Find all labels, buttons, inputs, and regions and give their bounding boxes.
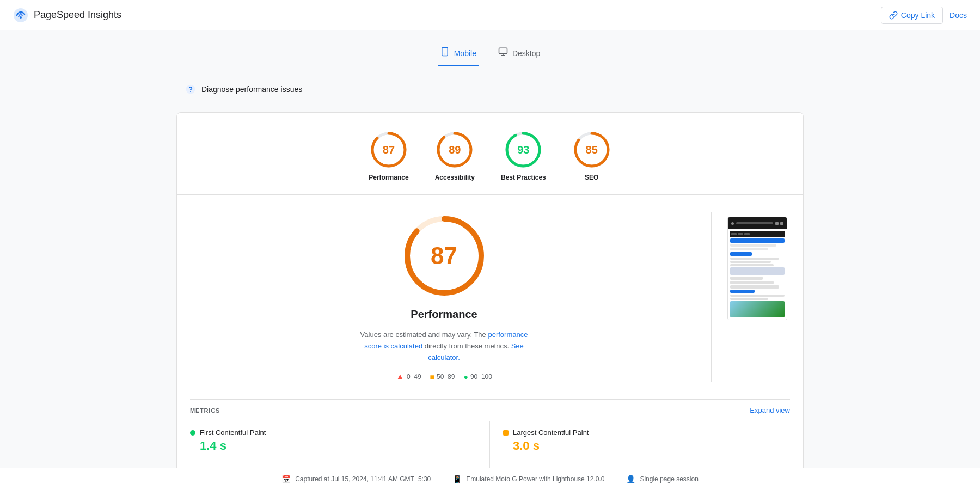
preview-dot bbox=[731, 222, 734, 225]
metric-fcp-value: 1.4 s bbox=[190, 439, 476, 453]
footer-captured-text: Captured at Jul 15, 2024, 11:41 AM GMT+5… bbox=[295, 475, 431, 483]
seo-label: SEO bbox=[585, 174, 598, 181]
performance-circle: 87 bbox=[369, 130, 408, 169]
legend-red: ▲ 0–49 bbox=[396, 372, 421, 382]
svg-point-8 bbox=[190, 91, 191, 92]
preview-body bbox=[728, 229, 787, 320]
svg-point-0 bbox=[14, 8, 28, 22]
best-practices-circle: 93 bbox=[504, 130, 543, 169]
performance-detail-right bbox=[725, 212, 790, 382]
preview-header bbox=[728, 217, 787, 229]
person-icon: 👤 bbox=[626, 475, 635, 483]
performance-label: Performance bbox=[369, 174, 408, 181]
best-practices-score: 93 bbox=[517, 144, 529, 156]
footer-session-text: Single page session bbox=[640, 475, 698, 483]
app-header: PageSpeed Insights Copy Link Docs bbox=[0, 0, 980, 30]
tab-mobile-label: Mobile bbox=[454, 49, 476, 58]
legend-red-icon: ▲ bbox=[396, 372, 405, 382]
legend-orange-range: 50–89 bbox=[437, 373, 455, 381]
large-performance-score: 87 bbox=[431, 242, 457, 270]
page-preview bbox=[727, 217, 787, 320]
legend-green-icon: ● bbox=[463, 372, 468, 381]
metric-lcp-name: Largest Contentful Paint bbox=[513, 428, 589, 437]
footer-captured: 📅 Captured at Jul 15, 2024, 11:41 AM GMT… bbox=[281, 475, 431, 483]
vertical-divider bbox=[711, 212, 712, 382]
perf-desc-mid: directly from these metrics. bbox=[422, 342, 511, 350]
svg-point-1 bbox=[20, 16, 22, 19]
performance-detail: 87 Performance Values are estimated and … bbox=[177, 195, 803, 399]
seo-score: 85 bbox=[586, 144, 598, 156]
device-tabs: Mobile Desktop bbox=[176, 41, 804, 66]
performance-description: Values are estimated and may vary. The p… bbox=[352, 329, 537, 363]
metric-fcp-dot bbox=[190, 430, 195, 436]
score-card-accessibility[interactable]: 89 Accessibility bbox=[435, 130, 475, 181]
metrics-header: METRICS Expand view bbox=[190, 399, 790, 421]
diagnose-label: Diagnose performance issues bbox=[201, 85, 302, 94]
metric-lcp-name-row: Largest Contentful Paint bbox=[503, 428, 790, 437]
main-content: Mobile Desktop Diagnose performance issu… bbox=[163, 30, 817, 490]
pagespeed-logo bbox=[13, 8, 28, 23]
link-icon bbox=[889, 11, 898, 20]
header-logo-area: PageSpeed Insights bbox=[13, 8, 121, 23]
legend-orange: ■ 50–89 bbox=[430, 372, 455, 381]
metrics-label: METRICS bbox=[190, 407, 220, 414]
accessibility-label: Accessibility bbox=[435, 174, 475, 181]
copy-link-label: Copy Link bbox=[901, 11, 935, 20]
calendar-icon: 📅 bbox=[281, 475, 291, 483]
perf-desc-pre: Values are estimated and may vary. The bbox=[360, 330, 488, 339]
footer-emulated-text: Emulated Moto G Power with Lighthouse 12… bbox=[466, 475, 604, 483]
accessibility-circle: 89 bbox=[435, 130, 474, 169]
metric-lcp: Largest Contentful Paint 3.0 s bbox=[490, 421, 790, 461]
large-performance-circle: 87 bbox=[401, 212, 488, 299]
legend-green-range: 90–100 bbox=[470, 373, 492, 381]
tab-mobile[interactable]: Mobile bbox=[438, 41, 479, 66]
metric-lcp-value: 3.0 s bbox=[503, 439, 790, 453]
page-footer: 📅 Captured at Jul 15, 2024, 11:41 AM GMT… bbox=[0, 468, 980, 490]
mobile-icon bbox=[440, 47, 450, 59]
docs-link[interactable]: Docs bbox=[950, 11, 967, 20]
legend-red-range: 0–49 bbox=[407, 373, 421, 381]
footer-emulated: 📱 Emulated Moto G Power with Lighthouse … bbox=[452, 475, 604, 483]
desktop-icon bbox=[498, 47, 508, 59]
score-legend: ▲ 0–49 ■ 50–89 ● 90–100 bbox=[396, 372, 492, 382]
score-cards-container: 87 Performance 89 Accessibility bbox=[176, 112, 804, 490]
legend-orange-icon: ■ bbox=[430, 372, 434, 381]
seo-circle: 85 bbox=[572, 130, 611, 169]
metric-fcp-name-row: First Contentful Paint bbox=[190, 428, 476, 437]
copy-link-button[interactable]: Copy Link bbox=[881, 7, 943, 24]
performance-detail-left: 87 Performance Values are estimated and … bbox=[190, 212, 698, 382]
score-card-best-practices[interactable]: 93 Best Practices bbox=[501, 130, 546, 181]
header-actions: Copy Link Docs bbox=[881, 7, 967, 24]
score-card-performance[interactable]: 87 Performance bbox=[369, 130, 408, 181]
metric-lcp-dot bbox=[503, 430, 509, 436]
metric-fcp: First Contentful Paint 1.4 s bbox=[190, 421, 490, 461]
footer-session: 👤 Single page session bbox=[626, 475, 698, 483]
tab-desktop-label: Desktop bbox=[512, 49, 540, 58]
performance-score: 87 bbox=[383, 144, 395, 156]
score-card-seo[interactable]: 85 SEO bbox=[572, 130, 611, 181]
legend-green: ● 90–100 bbox=[463, 372, 492, 381]
diagnose-section[interactable]: Diagnose performance issues bbox=[176, 77, 804, 101]
tab-desktop[interactable]: Desktop bbox=[496, 41, 542, 66]
accessibility-score: 89 bbox=[449, 144, 461, 156]
app-title: PageSpeed Insights bbox=[34, 9, 121, 21]
diagnose-icon bbox=[185, 84, 196, 95]
best-practices-label: Best Practices bbox=[501, 174, 546, 181]
mobile-footer-icon: 📱 bbox=[452, 475, 462, 483]
performance-title: Performance bbox=[411, 308, 477, 321]
expand-view-button[interactable]: Expand view bbox=[750, 406, 790, 414]
svg-rect-4 bbox=[499, 48, 507, 54]
score-cards: 87 Performance 89 Accessibility bbox=[177, 113, 803, 194]
metric-fcp-name: First Contentful Paint bbox=[200, 428, 266, 437]
